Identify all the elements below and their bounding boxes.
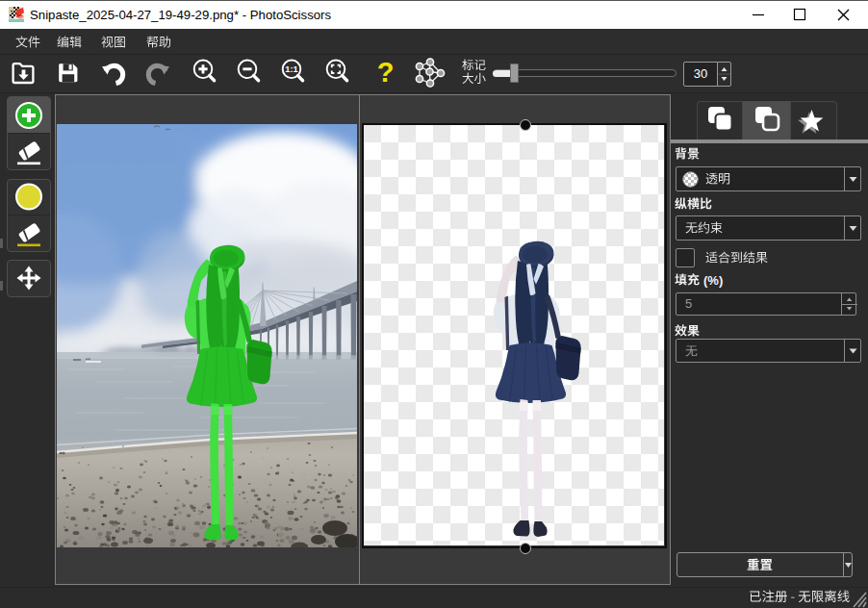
svg-text:1:1: 1:1 — [285, 64, 297, 74]
